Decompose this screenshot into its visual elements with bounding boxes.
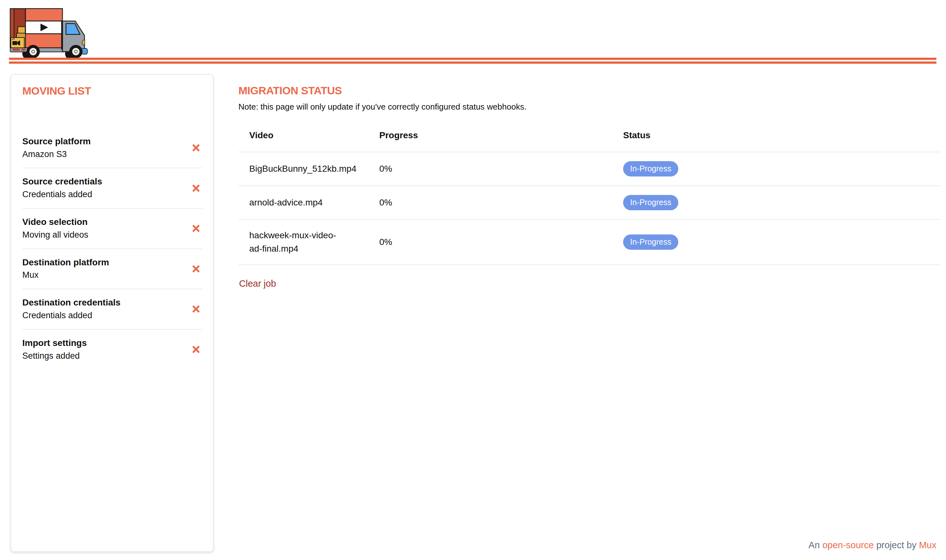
sidebar-item-source-credentials: Source credentials Credentials added	[22, 168, 202, 209]
item-label: Destination credentials	[22, 297, 183, 309]
footer-prefix: An	[809, 540, 823, 550]
item-label: Video selection	[22, 216, 183, 228]
column-header-progress: Progress	[379, 130, 623, 140]
road-line-bottom	[9, 62, 937, 64]
x-icon	[192, 265, 200, 273]
migration-status-title: MIGRATION STATUS	[239, 85, 940, 97]
progress-value: 0%	[379, 237, 623, 247]
sidebar-item-source-platform: Source platform Amazon S3	[22, 128, 202, 169]
moving-list-panel: MOVING LIST Source platform Amazon S3 So…	[11, 74, 214, 552]
progress-value: 0%	[379, 197, 623, 208]
remove-video-selection-button[interactable]	[191, 224, 200, 233]
item-value: Mux	[22, 269, 183, 281]
x-icon	[192, 346, 200, 353]
item-label: Source credentials	[22, 175, 183, 188]
remove-destination-platform-button[interactable]	[191, 265, 200, 273]
moving-list-title: MOVING LIST	[22, 85, 202, 97]
migration-table-header: Video Progress Status	[239, 126, 940, 152]
item-value: Amazon S3	[22, 148, 183, 160]
open-source-link[interactable]: open-source	[822, 540, 874, 550]
sidebar-item-video-selection: Video selection Moving all videos	[22, 209, 202, 249]
remove-source-platform-button[interactable]	[191, 143, 200, 152]
table-row: arnold-advice.mp4 0% In-Progress	[239, 186, 940, 220]
item-value: Settings added	[22, 350, 183, 362]
sidebar-item-destination-credentials: Destination credentials Credentials adde…	[22, 289, 202, 330]
item-label: Import settings	[22, 337, 183, 349]
road-line-top	[9, 58, 937, 60]
sidebar-item-import-settings: Import settings Settings added	[22, 330, 202, 369]
item-label: Source platform	[22, 135, 183, 148]
remove-source-credentials-button[interactable]	[191, 184, 200, 193]
front-wheel	[69, 45, 83, 58]
moving-truck-icon	[9, 4, 94, 59]
item-value: Moving all videos	[22, 229, 183, 241]
rear-wheel	[26, 45, 40, 58]
item-value: Credentials added	[22, 189, 183, 201]
status-badge: In-Progress	[623, 234, 678, 250]
item-label: Destination platform	[22, 257, 183, 269]
moving-truck-logo	[9, 4, 94, 59]
status-badge: In-Progress	[623, 195, 678, 210]
item-value: Credentials added	[22, 310, 183, 322]
webhook-note: Note: this page will only update if you'…	[239, 102, 940, 112]
remove-destination-credentials-button[interactable]	[191, 305, 200, 314]
table-row: hackweek-mux-video-ad-final.mp4 0% In-Pr…	[239, 220, 940, 265]
moving-list: Source platform Amazon S3 Source credent…	[22, 128, 202, 369]
migration-status-section: MIGRATION STATUS Note: this page will on…	[239, 80, 940, 289]
footer-middle: project by	[874, 540, 919, 550]
video-name: hackweek-mux-video-ad-final.mp4	[249, 229, 379, 255]
migration-table: Video Progress Status BigBuckBunny_512kb…	[239, 126, 940, 265]
clear-job-link[interactable]: Clear job	[239, 278, 276, 289]
sidebar-item-destination-platform: Destination platform Mux	[22, 249, 202, 289]
x-icon	[192, 185, 200, 192]
footer-credit: An open-source project by Mux	[809, 540, 937, 551]
status-badge: In-Progress	[623, 161, 678, 177]
progress-value: 0%	[379, 164, 623, 174]
x-icon	[192, 225, 200, 232]
mux-link[interactable]: Mux	[919, 540, 937, 550]
x-icon	[192, 305, 200, 313]
remove-import-settings-button[interactable]	[191, 345, 200, 354]
table-row: BigBuckBunny_512kb.mp4 0% In-Progress	[239, 152, 940, 186]
video-name: BigBuckBunny_512kb.mp4	[249, 162, 379, 175]
column-header-status: Status	[623, 130, 940, 140]
video-name: arnold-advice.mp4	[249, 196, 379, 209]
column-header-video: Video	[249, 130, 379, 140]
x-icon	[192, 144, 200, 152]
